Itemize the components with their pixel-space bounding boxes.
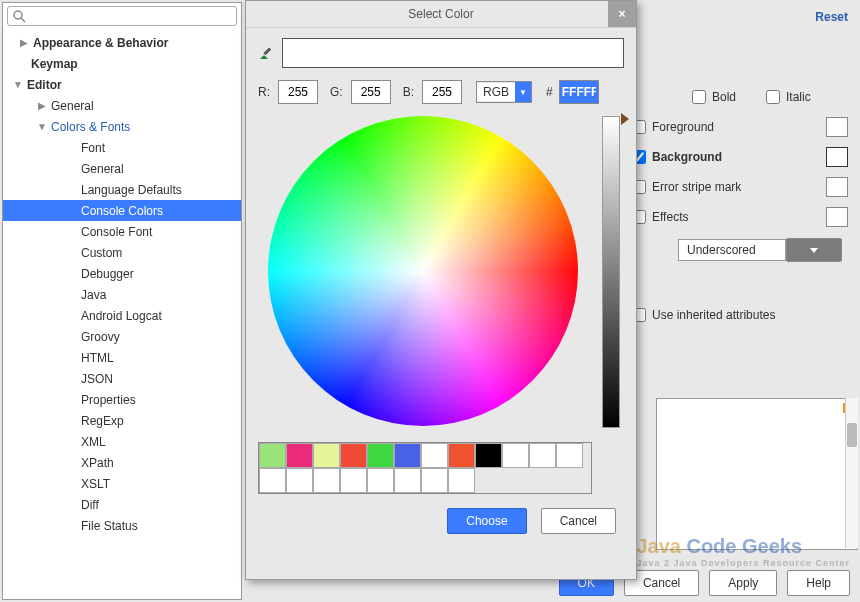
- choose-button[interactable]: Choose: [447, 508, 526, 534]
- palette-cell[interactable]: [394, 468, 421, 493]
- svg-point-0: [14, 11, 22, 19]
- tree-item-label: Language Defaults: [81, 183, 182, 197]
- eyedropper-icon[interactable]: [258, 45, 274, 61]
- palette-cell[interactable]: [340, 468, 367, 493]
- tree-item-debugger[interactable]: Debugger: [3, 263, 241, 284]
- tree-item-custom[interactable]: Custom: [3, 242, 241, 263]
- palette-cell[interactable]: [556, 443, 583, 468]
- tree-item-android-logcat[interactable]: Android Logcat: [3, 305, 241, 326]
- tree-item-label: Console Colors: [81, 204, 163, 218]
- error-stripe-row[interactable]: Error stripe mark: [628, 174, 848, 200]
- tree-item-properties[interactable]: Properties: [3, 389, 241, 410]
- background-swatch[interactable]: [826, 147, 848, 167]
- palette-cell[interactable]: [286, 443, 313, 468]
- settings-panel: ▶Appearance & BehaviorKeymap▼Editor▶Gene…: [2, 2, 242, 600]
- tree-item-regexp[interactable]: RegExp: [3, 410, 241, 431]
- tree-item-html[interactable]: HTML: [3, 347, 241, 368]
- palette-cell[interactable]: [340, 443, 367, 468]
- tree-item-keymap[interactable]: Keymap: [3, 53, 241, 74]
- g-label: G:: [330, 85, 343, 99]
- inherit-row[interactable]: Use inherited attributes: [628, 302, 848, 328]
- palette-cell[interactable]: [259, 443, 286, 468]
- selected-color-swatch: [282, 38, 624, 68]
- slider-handle[interactable]: [621, 113, 629, 125]
- bold-checkbox[interactable]: Bold: [688, 84, 736, 110]
- tree-item-file-status[interactable]: File Status: [3, 515, 241, 536]
- palette-cell[interactable]: [394, 443, 421, 468]
- tree-item-label: XSLT: [81, 477, 110, 491]
- effects-swatch[interactable]: [826, 207, 848, 227]
- apply-button[interactable]: Apply: [709, 570, 777, 596]
- tree-item-console-font[interactable]: Console Font: [3, 221, 241, 242]
- palette-cell[interactable]: [367, 468, 394, 493]
- foreground-swatch[interactable]: [826, 117, 848, 137]
- color-wheel[interactable]: [268, 116, 578, 426]
- hex-input[interactable]: [559, 80, 599, 104]
- palette-cell[interactable]: [421, 443, 448, 468]
- select-color-dialog: Select Color × R: G: B: RGB▼ # Choose Ca…: [245, 0, 637, 580]
- palette-cell[interactable]: [367, 443, 394, 468]
- palette-cell[interactable]: [259, 468, 286, 493]
- reset-link[interactable]: Reset: [815, 10, 848, 24]
- palette-cell[interactable]: [448, 443, 475, 468]
- g-input[interactable]: [351, 80, 391, 104]
- tree-item-language-defaults[interactable]: Language Defaults: [3, 179, 241, 200]
- tree-item-label: XPath: [81, 456, 114, 470]
- effects-row[interactable]: Effects: [628, 204, 848, 230]
- scrollbar-thumb[interactable]: [847, 423, 857, 447]
- tree-item-diff[interactable]: Diff: [3, 494, 241, 515]
- italic-checkbox[interactable]: Italic: [762, 84, 811, 110]
- palette-cell[interactable]: [421, 468, 448, 493]
- foreground-row[interactable]: Foreground: [628, 114, 848, 140]
- tree-item-label: Console Font: [81, 225, 152, 239]
- tree-item-xml[interactable]: XML: [3, 431, 241, 452]
- error-stripe-swatch[interactable]: [826, 177, 848, 197]
- tree-item-label: RegExp: [81, 414, 124, 428]
- tree-item-label: Android Logcat: [81, 309, 162, 323]
- tree-item-general[interactable]: General: [3, 158, 241, 179]
- tree-item-label: Diff: [81, 498, 99, 512]
- tree-item-java[interactable]: Java: [3, 284, 241, 305]
- search-input[interactable]: [27, 9, 236, 23]
- palette-cell[interactable]: [313, 443, 340, 468]
- svg-line-1: [21, 18, 25, 22]
- close-button[interactable]: ×: [608, 1, 636, 27]
- tree-item-label: HTML: [81, 351, 114, 365]
- palette-cell[interactable]: [475, 443, 502, 468]
- r-input[interactable]: [278, 80, 318, 104]
- chevron-right-icon: ▶: [17, 37, 31, 48]
- search-box[interactable]: [7, 6, 237, 26]
- tree-item-label: JSON: [81, 372, 113, 386]
- tree-item-font[interactable]: Font: [3, 137, 241, 158]
- dialog-cancel-button[interactable]: Cancel: [541, 508, 616, 534]
- search-icon: [11, 8, 27, 24]
- tree-item-json[interactable]: JSON: [3, 368, 241, 389]
- chevron-right-icon: ▶: [35, 100, 49, 111]
- tree-item-label: Editor: [27, 78, 62, 92]
- tree-item-editor[interactable]: ▼Editor: [3, 74, 241, 95]
- preview-scrollbar[interactable]: [845, 398, 858, 548]
- b-input[interactable]: [422, 80, 462, 104]
- tree-item-label: General: [51, 99, 94, 113]
- tree-item-xslt[interactable]: XSLT: [3, 473, 241, 494]
- settings-tree: ▶Appearance & BehaviorKeymap▼Editor▶Gene…: [3, 32, 241, 536]
- palette-cell[interactable]: [286, 468, 313, 493]
- color-mode-select[interactable]: RGB▼: [476, 81, 532, 103]
- wheel-cursor[interactable]: [419, 267, 427, 275]
- palette-cell[interactable]: [529, 443, 556, 468]
- brightness-slider[interactable]: [602, 116, 620, 428]
- palette-cell[interactable]: [502, 443, 529, 468]
- tree-item-groovy[interactable]: Groovy: [3, 326, 241, 347]
- tree-item-appearance-behavior[interactable]: ▶Appearance & Behavior: [3, 32, 241, 53]
- preview-area: [656, 398, 858, 550]
- tree-item-console-colors[interactable]: Console Colors: [3, 200, 241, 221]
- palette-cell[interactable]: [448, 468, 475, 493]
- background-row[interactable]: Background: [628, 144, 848, 170]
- tree-item-colors-fonts[interactable]: ▼Colors & Fonts: [3, 116, 241, 137]
- palette-cell[interactable]: [313, 468, 340, 493]
- help-button[interactable]: Help: [787, 570, 850, 596]
- tree-item-general[interactable]: ▶General: [3, 95, 241, 116]
- tree-item-xpath[interactable]: XPath: [3, 452, 241, 473]
- tree-item-label: Keymap: [31, 57, 78, 71]
- effects-type-select[interactable]: Underscored: [678, 238, 848, 262]
